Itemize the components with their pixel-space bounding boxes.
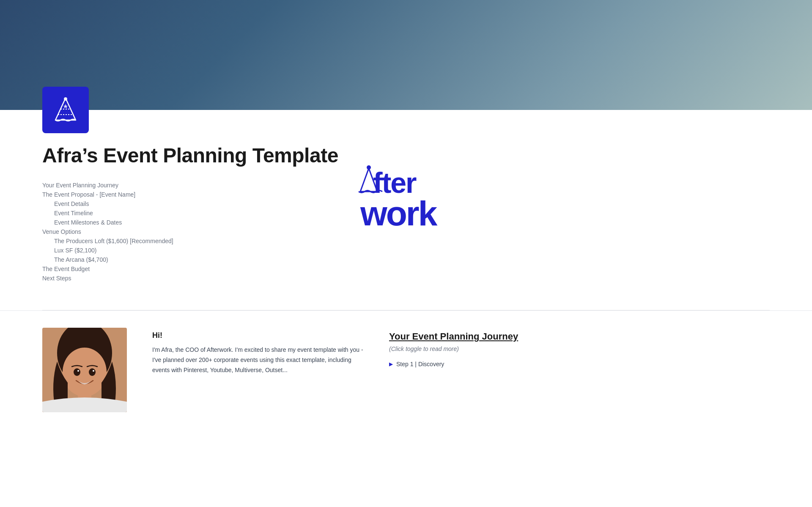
journey-title[interactable]: Your Event Planning Journey bbox=[389, 331, 770, 342]
bottom-section: Hi! I'm Afra, the COO of Afterwork. I'm … bbox=[0, 310, 812, 429]
journey-step-label: Step 1 | Discovery bbox=[396, 361, 444, 367]
logo-area: fter work bbox=[347, 144, 516, 271]
header-banner bbox=[0, 0, 812, 110]
svg-marker-4 bbox=[63, 104, 68, 108]
bio-section: Hi! I'm Afra, the COO of Afterwork. I'm … bbox=[152, 328, 364, 412]
journey-section: Your Event Planning Journey (Click toggl… bbox=[389, 328, 770, 412]
party-hat-icon bbox=[52, 96, 79, 123]
bio-greeting: Hi! bbox=[152, 331, 364, 340]
svg-point-11 bbox=[63, 348, 107, 397]
page-wrapper: Afra’s Event Planning Template Your Even… bbox=[0, 0, 812, 429]
content-and-logo: Afra’s Event Planning Template Your Even… bbox=[42, 144, 550, 293]
journey-step-1[interactable]: ▶ Step 1 | Discovery bbox=[389, 359, 770, 369]
svg-text:work: work bbox=[360, 194, 438, 233]
svg-point-12 bbox=[74, 368, 80, 376]
person-photo bbox=[42, 328, 127, 412]
person-illustration bbox=[42, 328, 127, 412]
svg-point-15 bbox=[93, 370, 94, 372]
svg-point-13 bbox=[89, 368, 96, 376]
page-icon-wrapper bbox=[42, 87, 89, 133]
toc-item-next-steps[interactable]: Next Steps bbox=[42, 274, 550, 283]
svg-point-14 bbox=[77, 370, 79, 372]
bio-text: I'm Afra, the COO of Afterwork. I'm exci… bbox=[152, 345, 364, 375]
svg-point-3 bbox=[64, 97, 67, 101]
afterwork-logo-svg: fter work bbox=[351, 160, 512, 253]
step-arrow-icon: ▶ bbox=[389, 361, 393, 367]
main-content: Afra’s Event Planning Template Your Even… bbox=[0, 110, 592, 310]
svg-point-6 bbox=[367, 165, 371, 170]
page-icon bbox=[42, 87, 89, 133]
journey-subtitle: (Click toggle to read more) bbox=[389, 345, 770, 352]
afterwork-logo: fter work bbox=[351, 160, 512, 255]
